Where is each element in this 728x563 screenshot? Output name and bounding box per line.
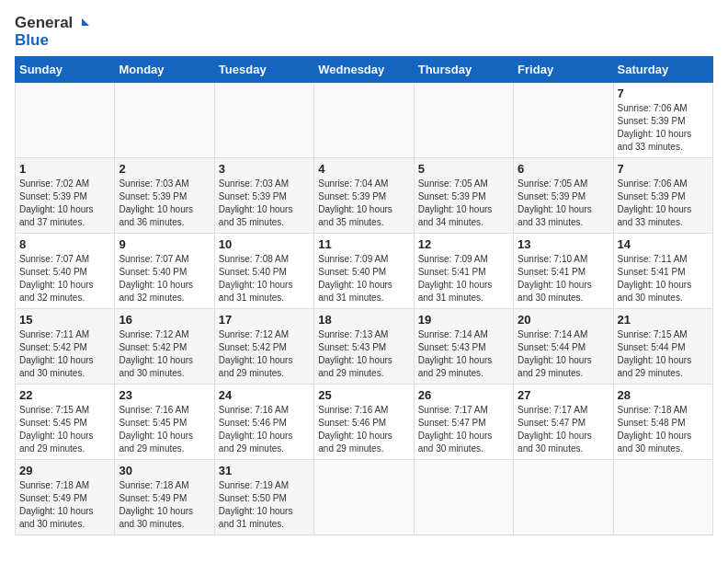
day-number: 21 bbox=[618, 313, 709, 327]
calendar-cell: 17Sunrise: 7:12 AM Sunset: 5:42 PM Dayli… bbox=[214, 309, 313, 385]
calendar-table: SundayMondayTuesdayWednesdayThursdayFrid… bbox=[15, 56, 713, 535]
day-info: Sunrise: 7:03 AM Sunset: 5:39 PM Dayligh… bbox=[119, 178, 210, 229]
day-info: Sunrise: 7:11 AM Sunset: 5:41 PM Dayligh… bbox=[618, 253, 709, 304]
calendar-cell bbox=[314, 83, 414, 158]
day-info: Sunrise: 7:08 AM Sunset: 5:40 PM Dayligh… bbox=[219, 253, 310, 304]
day-number: 5 bbox=[418, 162, 509, 176]
day-number: 19 bbox=[418, 313, 509, 327]
day-info: Sunrise: 7:15 AM Sunset: 5:45 PM Dayligh… bbox=[19, 404, 110, 455]
day-info: Sunrise: 7:02 AM Sunset: 5:39 PM Dayligh… bbox=[19, 178, 110, 229]
day-number: 22 bbox=[19, 388, 110, 402]
day-info: Sunrise: 7:17 AM Sunset: 5:47 PM Dayligh… bbox=[418, 404, 509, 455]
calendar-cell: 9Sunrise: 7:07 AM Sunset: 5:40 PM Daylig… bbox=[115, 234, 214, 309]
day-number: 9 bbox=[119, 237, 210, 251]
calendar-cell: 29Sunrise: 7:18 AM Sunset: 5:49 PM Dayli… bbox=[16, 460, 115, 535]
day-info: Sunrise: 7:17 AM Sunset: 5:47 PM Dayligh… bbox=[518, 404, 609, 455]
day-info: Sunrise: 7:09 AM Sunset: 5:41 PM Dayligh… bbox=[418, 253, 509, 304]
calendar-cell: 11Sunrise: 7:09 AM Sunset: 5:40 PM Dayli… bbox=[314, 234, 414, 309]
calendar-cell bbox=[514, 460, 613, 535]
calendar-cell: 19Sunrise: 7:14 AM Sunset: 5:43 PM Dayli… bbox=[414, 309, 513, 385]
col-header-thursday: Thursday bbox=[414, 57, 513, 83]
calendar-cell: 25Sunrise: 7:16 AM Sunset: 5:46 PM Dayli… bbox=[314, 385, 414, 460]
day-number: 7 bbox=[618, 86, 709, 100]
day-info: Sunrise: 7:12 AM Sunset: 5:42 PM Dayligh… bbox=[219, 328, 310, 380]
calendar-cell: 15Sunrise: 7:11 AM Sunset: 5:42 PM Dayli… bbox=[16, 309, 115, 385]
day-number: 20 bbox=[518, 313, 609, 327]
day-number: 4 bbox=[318, 162, 409, 176]
calendar-cell: 7Sunrise: 7:06 AM Sunset: 5:39 PM Daylig… bbox=[613, 83, 712, 158]
day-info: Sunrise: 7:07 AM Sunset: 5:40 PM Dayligh… bbox=[119, 253, 210, 304]
col-header-friday: Friday bbox=[514, 57, 613, 83]
day-number: 18 bbox=[318, 313, 409, 327]
day-number: 23 bbox=[119, 388, 210, 402]
calendar-cell: 22Sunrise: 7:15 AM Sunset: 5:45 PM Dayli… bbox=[16, 385, 115, 460]
day-info: Sunrise: 7:16 AM Sunset: 5:46 PM Dayligh… bbox=[318, 404, 409, 455]
day-number: 15 bbox=[19, 313, 110, 327]
svg-marker-0 bbox=[82, 18, 89, 26]
col-header-tuesday: Tuesday bbox=[214, 57, 313, 83]
day-number: 14 bbox=[618, 237, 709, 251]
header: General Blue bbox=[15, 15, 713, 49]
day-info: Sunrise: 7:04 AM Sunset: 5:39 PM Dayligh… bbox=[318, 178, 409, 229]
day-number: 3 bbox=[219, 162, 310, 176]
calendar-cell: 3Sunrise: 7:03 AM Sunset: 5:39 PM Daylig… bbox=[214, 158, 313, 234]
calendar-cell bbox=[16, 83, 115, 158]
col-header-wednesday: Wednesday bbox=[314, 57, 414, 83]
calendar-row-1: 1Sunrise: 7:02 AM Sunset: 5:39 PM Daylig… bbox=[16, 158, 713, 234]
calendar-cell: 12Sunrise: 7:09 AM Sunset: 5:41 PM Dayli… bbox=[414, 234, 513, 309]
calendar-cell bbox=[414, 83, 513, 158]
day-info: Sunrise: 7:13 AM Sunset: 5:43 PM Dayligh… bbox=[318, 328, 409, 380]
day-number: 8 bbox=[19, 237, 110, 251]
calendar-cell bbox=[314, 460, 414, 535]
day-number: 26 bbox=[418, 388, 509, 402]
day-info: Sunrise: 7:18 AM Sunset: 5:49 PM Dayligh… bbox=[119, 479, 210, 531]
day-info: Sunrise: 7:16 AM Sunset: 5:45 PM Dayligh… bbox=[119, 404, 210, 455]
calendar-cell: 10Sunrise: 7:08 AM Sunset: 5:40 PM Dayli… bbox=[214, 234, 313, 309]
logo: General Blue bbox=[15, 15, 89, 49]
calendar-cell: 6Sunrise: 7:05 AM Sunset: 5:39 PM Daylig… bbox=[514, 158, 613, 234]
calendar-cell: 24Sunrise: 7:16 AM Sunset: 5:46 PM Dayli… bbox=[214, 385, 313, 460]
day-number: 29 bbox=[19, 464, 110, 477]
calendar-cell: 31Sunrise: 7:19 AM Sunset: 5:50 PM Dayli… bbox=[214, 460, 313, 535]
day-info: Sunrise: 7:18 AM Sunset: 5:49 PM Dayligh… bbox=[19, 479, 110, 531]
calendar-cell: 5Sunrise: 7:05 AM Sunset: 5:39 PM Daylig… bbox=[414, 158, 513, 234]
day-number: 16 bbox=[119, 313, 210, 327]
calendar-cell: 20Sunrise: 7:14 AM Sunset: 5:44 PM Dayli… bbox=[514, 309, 613, 385]
day-info: Sunrise: 7:15 AM Sunset: 5:44 PM Dayligh… bbox=[618, 328, 709, 380]
calendar-cell: 2Sunrise: 7:03 AM Sunset: 5:39 PM Daylig… bbox=[115, 158, 214, 234]
day-info: Sunrise: 7:14 AM Sunset: 5:43 PM Dayligh… bbox=[418, 328, 509, 380]
calendar-cell bbox=[514, 83, 613, 158]
calendar-cell: 1Sunrise: 7:02 AM Sunset: 5:39 PM Daylig… bbox=[16, 158, 115, 234]
day-info: Sunrise: 7:19 AM Sunset: 5:50 PM Dayligh… bbox=[219, 479, 310, 531]
calendar-cell bbox=[115, 83, 214, 158]
day-number: 12 bbox=[418, 237, 509, 251]
calendar-cell bbox=[414, 460, 513, 535]
calendar-row-0: 7Sunrise: 7:06 AM Sunset: 5:39 PM Daylig… bbox=[16, 83, 713, 158]
day-info: Sunrise: 7:11 AM Sunset: 5:42 PM Dayligh… bbox=[19, 328, 110, 380]
calendar-cell: 16Sunrise: 7:12 AM Sunset: 5:42 PM Dayli… bbox=[115, 309, 214, 385]
day-info: Sunrise: 7:10 AM Sunset: 5:41 PM Dayligh… bbox=[518, 253, 609, 304]
calendar-cell: 26Sunrise: 7:17 AM Sunset: 5:47 PM Dayli… bbox=[414, 385, 513, 460]
header-row: SundayMondayTuesdayWednesdayThursdayFrid… bbox=[16, 57, 713, 83]
day-info: Sunrise: 7:09 AM Sunset: 5:40 PM Dayligh… bbox=[318, 253, 409, 304]
day-number: 10 bbox=[219, 237, 310, 251]
day-info: Sunrise: 7:16 AM Sunset: 5:46 PM Dayligh… bbox=[219, 404, 310, 455]
day-info: Sunrise: 7:12 AM Sunset: 5:42 PM Dayligh… bbox=[119, 328, 210, 380]
calendar-row-3: 15Sunrise: 7:11 AM Sunset: 5:42 PM Dayli… bbox=[16, 309, 713, 385]
day-number: 6 bbox=[518, 162, 609, 176]
day-number: 25 bbox=[318, 388, 409, 402]
day-info: Sunrise: 7:06 AM Sunset: 5:39 PM Dayligh… bbox=[618, 102, 709, 154]
day-number: 13 bbox=[518, 237, 609, 251]
day-number: 1 bbox=[19, 162, 110, 176]
day-info: Sunrise: 7:03 AM Sunset: 5:39 PM Dayligh… bbox=[219, 178, 310, 229]
calendar-cell: 28Sunrise: 7:18 AM Sunset: 5:48 PM Dayli… bbox=[613, 385, 712, 460]
col-header-monday: Monday bbox=[115, 57, 214, 83]
day-info: Sunrise: 7:18 AM Sunset: 5:48 PM Dayligh… bbox=[618, 404, 709, 455]
calendar-cell bbox=[613, 460, 712, 535]
day-number: 11 bbox=[318, 237, 409, 251]
calendar-row-2: 8Sunrise: 7:07 AM Sunset: 5:40 PM Daylig… bbox=[16, 234, 713, 309]
calendar-cell: 8Sunrise: 7:07 AM Sunset: 5:40 PM Daylig… bbox=[16, 234, 115, 309]
calendar-cell bbox=[214, 83, 313, 158]
day-info: Sunrise: 7:05 AM Sunset: 5:39 PM Dayligh… bbox=[518, 178, 609, 229]
calendar-row-4: 22Sunrise: 7:15 AM Sunset: 5:45 PM Dayli… bbox=[16, 385, 713, 460]
